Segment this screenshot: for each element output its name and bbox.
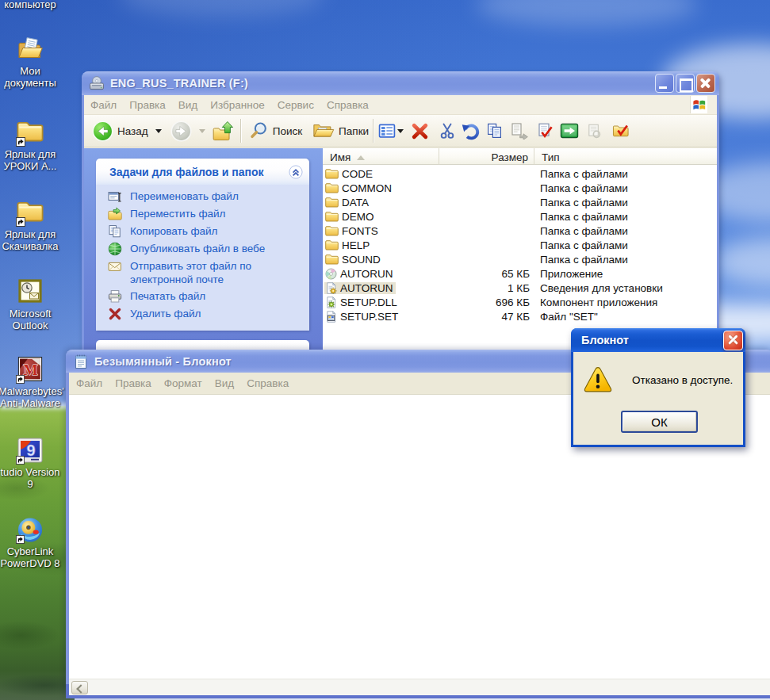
file-name-cell: CODE (323, 168, 439, 180)
menu-favorites[interactable]: Избранное (204, 99, 270, 111)
column-header-size[interactable]: Размер (439, 148, 534, 165)
column-header-name[interactable]: Имя (323, 148, 439, 165)
desktop-icon-shortcut-skachivalka[interactable]: Ярлык для Скачивалка (0, 200, 62, 252)
file-row[interactable]: SETUP.SET 47 КБ Файл "SET" (323, 309, 717, 323)
undo-button[interactable] (461, 121, 480, 140)
desktop-icon-label-line: Anti-Malware (0, 398, 62, 410)
file-row[interactable]: DEMO Папка с файлами (323, 209, 717, 224)
desktop-icon-label: Malwarebytes' Anti-Malware (0, 386, 62, 409)
folder-icon (325, 239, 339, 251)
desktop-icon-label-line: 9 (0, 479, 62, 491)
toolbar-separator (240, 119, 242, 143)
file-name-cell: FONTS (323, 225, 439, 237)
desktop-icon-my-computer[interactable]: компьютер (0, 0, 62, 11)
file-row[interactable]: AUTORUN 65 КБ Приложение (323, 266, 717, 281)
task-delete-file[interactable]: Удалить файл (108, 307, 306, 321)
windows-flag-icon (691, 97, 707, 113)
views-dropdown-caret[interactable] (397, 129, 404, 133)
close-button[interactable] (696, 74, 715, 93)
desktop-icon-my-documents[interactable]: Мои документы (0, 36, 62, 89)
task-move-file[interactable]: Переместить файл (108, 207, 306, 221)
desktop-icon-malwarebytes[interactable]: Malwarebytes' Anti-Malware (0, 357, 62, 409)
copy-button[interactable] (486, 122, 504, 140)
menu-tools[interactable]: Сервис (271, 99, 320, 111)
column-header-type[interactable]: Тип (534, 148, 717, 165)
search-button[interactable]: Поиск (248, 120, 302, 141)
disabled-document-button[interactable] (586, 123, 603, 140)
file-row[interactable]: SETUP.DLL 696 КБ Компонент приложения (323, 295, 717, 309)
folders-button[interactable]: Папки (312, 122, 369, 140)
move-to-button[interactable] (510, 122, 529, 140)
file-name-inner: CODE (324, 168, 375, 180)
collapse-chevron-icon[interactable] (289, 165, 303, 179)
desktop-icon-shortcut-uroki[interactable]: Ярлык для УРОКИ А... (0, 120, 62, 172)
up-button[interactable] (213, 120, 234, 142)
green-window-arrow-icon (560, 122, 579, 140)
forward-dropdown-caret[interactable] (199, 129, 205, 133)
menu-edit[interactable]: Правка (123, 99, 172, 111)
delete-button[interactable] (410, 121, 430, 141)
studio-9-icon (0, 438, 62, 465)
explorer-file-list: Имя Размер Тип CODE (323, 148, 717, 354)
desktop-icon-label: компьютер (0, 0, 62, 11)
file-row[interactable]: HELP Папка с файлами (323, 238, 717, 252)
explorer-window-title: ENG_RUS_TRAINER (F:) (110, 77, 248, 90)
file-list-header: Имя Размер Тип (323, 148, 717, 165)
back-label: Назад (117, 125, 148, 137)
task-print-file[interactable]: Печатать файл (108, 289, 306, 304)
scroll-left-button[interactable] (71, 681, 88, 694)
window-body: Файл Правка Вид Избранное Сервис Справка… (84, 95, 717, 354)
file-row[interactable]: COMMON Папка с файлами (323, 181, 717, 195)
desktop-icon-label-line: компьютер (0, 0, 62, 11)
file-row[interactable]: DATA Папка с файлами (323, 195, 717, 209)
ok-button[interactable]: ОК (621, 411, 698, 433)
folder-check-button[interactable] (612, 123, 630, 139)
menu-file[interactable]: Файл (84, 99, 123, 111)
menu-view[interactable]: Вид (209, 377, 240, 389)
menu-edit[interactable]: Правка (109, 377, 158, 389)
my-documents-icon (0, 36, 62, 63)
notepad-horizontal-scrollbar[interactable] (69, 679, 770, 695)
file-row[interactable]: SOUND Папка с файлами (323, 252, 717, 266)
file-row[interactable]: CODE Папка с файлами (323, 166, 717, 181)
back-dropdown-caret[interactable] (155, 129, 162, 133)
menu-format[interactable]: Формат (158, 377, 209, 389)
desktop-icon-microsoft-outlook[interactable]: Microsoft Outlook (0, 279, 62, 331)
explorer-titlebar[interactable]: ENG_RUS_TRAINER (F:) (82, 71, 719, 95)
task-copy-file[interactable]: Копировать файл (108, 224, 306, 239)
file-size: 1 КБ (439, 282, 534, 294)
shortcut-arrow-icon (16, 217, 25, 227)
publish-web-globe-icon (108, 242, 122, 256)
file-row[interactable]: FONTS Папка с файлами (323, 224, 717, 238)
print-icon (108, 289, 122, 304)
folder-icon (325, 211, 339, 222)
file-name-inner: SETUP.SET (324, 311, 400, 323)
desktop-icon-studio-9[interactable]: tudio Version 9 (0, 438, 62, 490)
desktop-icon-powerdvd[interactable]: CyberLink PowerDVD 8 (0, 517, 62, 569)
task-rename-file[interactable]: Переименовать файл (108, 189, 306, 204)
menu-help[interactable]: Справка (240, 377, 295, 389)
menu-help[interactable]: Справка (320, 99, 375, 111)
maximize-button[interactable] (676, 74, 695, 93)
delete-x-icon (410, 121, 430, 141)
menu-file[interactable]: Файл (70, 377, 109, 389)
check-document-button[interactable] (536, 122, 554, 140)
task-publish-file[interactable]: Опубликовать файл в вебе (108, 242, 306, 256)
desktop-icon-label: CyberLink PowerDVD 8 (0, 546, 62, 569)
minimize-button[interactable] (655, 74, 674, 93)
file-name-cell: SOUND (323, 254, 439, 266)
file-row[interactable]: AUTORUN 1 КБ Сведения для установки (323, 281, 717, 295)
map-drive-button[interactable] (560, 122, 579, 140)
file-name-cell: DEMO (323, 211, 439, 223)
menu-view[interactable]: Вид (172, 99, 204, 111)
shortcut-arrow-icon (16, 137, 25, 147)
file-tasks-header[interactable]: Задачи для файлов и папок (96, 159, 309, 185)
dialog-titlebar[interactable]: Блокнот (571, 328, 745, 352)
forward-button[interactable] (170, 120, 192, 142)
back-button[interactable]: Назад (92, 120, 148, 142)
dialog-close-button[interactable] (723, 331, 743, 350)
cut-button[interactable] (439, 122, 456, 140)
task-email-file[interactable]: Отправить этот файл по электронной почте (108, 259, 306, 286)
notepad-window-title: Безымянный - Блокнот (94, 355, 232, 368)
views-button[interactable] (378, 122, 396, 140)
